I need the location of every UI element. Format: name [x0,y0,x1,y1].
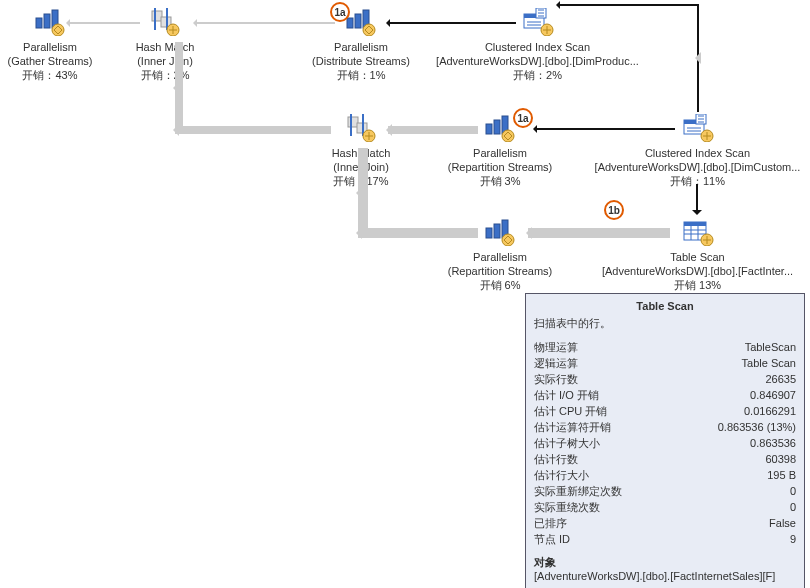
tooltip-row: 已排序False [534,515,796,531]
node-title: Parallelism [0,40,110,54]
tooltip-row: 估计 CPU 开销0.0166291 [534,403,796,419]
node-subtitle: (Inner Join) [110,54,220,68]
node-title: Clustered Index Scan [590,146,805,160]
tooltip-row: 估计运算符开销0.863536 (13%) [534,419,796,435]
node-subtitle: [AdventureWorksDW].[dbo].[DimProduc... [430,54,645,68]
node-title: Hash Match [110,40,220,54]
tooltip-row: 估计 I/O 开销0.846907 [534,387,796,403]
arrow [388,126,478,134]
tooltip-table-scan: Table Scan 扫描表中的行。 物理运算TableScan逻辑运算Tabl… [525,293,805,588]
tooltip-row: 实际重新绑定次数0 [534,483,796,499]
badge-1a: 1a [330,2,350,22]
tooltip-subtitle: 扫描表中的行。 [534,316,796,331]
node-cost: 开销 3% [425,174,575,188]
arrow [68,22,140,24]
node-subtitle: [AdventureWorksDW].[dbo].[FactInter... [590,264,805,278]
node-cost: 开销：2% [430,68,645,82]
arrow [528,228,670,238]
node-parallelism-gather[interactable]: Parallelism (Gather Streams) 开销：43% [0,6,110,82]
node-cost: 开销：43% [0,68,110,82]
node-title: Parallelism [425,250,575,264]
arrow [535,128,675,130]
tooltip-row: 实际行数26635 [534,371,796,387]
tooltip-row: 节点 ID9 [534,531,796,547]
node-parallelism-repartition-1[interactable]: Parallelism (Repartition Streams) 开销 3% [425,112,575,188]
tooltip-object-value: [AdventureWorksDW].[dbo].[FactInternetSa… [534,570,796,582]
node-cost: 开销：1% [286,68,436,82]
arrow [358,228,478,238]
arrow [358,148,368,238]
arrow [558,4,698,6]
node-clustered-index-scan-customer[interactable]: Clustered Index Scan [AdventureWorksDW].… [590,112,805,188]
node-cost: 开销 13% [590,278,805,292]
node-cost: 开销 6% [425,278,575,292]
node-parallelism-distribute[interactable]: Parallelism (Distribute Streams) 开销：1% [286,6,436,82]
tooltip-row: 估计行大小195 B [534,467,796,483]
node-title: Parallelism [286,40,436,54]
arrow [697,4,699,112]
tooltip-title: Table Scan [534,300,796,312]
tooltip-row: 逻辑运算Table Scan [534,355,796,371]
node-subtitle: (Repartition Streams) [425,160,575,174]
node-clustered-index-scan-product[interactable]: Clustered Index Scan [AdventureWorksDW].… [430,6,645,82]
node-title: Parallelism [425,146,575,160]
tooltip-row: 物理运算TableScan [534,339,796,355]
node-subtitle: (Repartition Streams) [425,264,575,278]
tooltip-object-label: 对象 [534,555,796,570]
arrow [175,42,183,134]
arrow [696,184,698,212]
tooltip-row: 实际重绕次数0 [534,499,796,515]
node-subtitle: (Distribute Streams) [286,54,436,68]
node-title: Clustered Index Scan [430,40,645,54]
arrow [175,126,331,134]
node-hash-match-1[interactable]: Hash Match (Inner Join) 开销：2% [110,6,220,82]
tooltip-row: 估计行数60398 [534,451,796,467]
tooltip-row: 估计子树大小0.863536 [534,435,796,451]
node-title: Table Scan [590,250,805,264]
arrow [195,22,335,24]
node-cost: 开销：2% [110,68,220,82]
arrow [388,22,516,24]
node-subtitle: [AdventureWorksDW].[dbo].[DimCustom... [590,160,805,174]
node-subtitle: (Gather Streams) [0,54,110,68]
